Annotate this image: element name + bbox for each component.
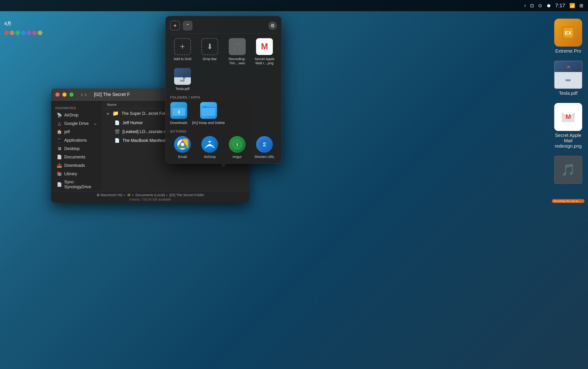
- airdrop-sidebar-icon: 📡: [57, 113, 62, 118]
- gear-icon: ⚙: [270, 23, 275, 28]
- shorten-url-action-label: Shorten URL: [254, 155, 275, 159]
- airdrop-action-icon: [201, 136, 218, 153]
- sidebar-documents-label: Documents: [64, 155, 85, 160]
- sidebar-desktop-label: Desktop: [64, 146, 80, 151]
- download-arrow-icon: ⬇: [207, 42, 213, 51]
- sidebar-item-jeff[interactable]: 🏠 jeff: [53, 128, 101, 136]
- applications-icon: 📱: [57, 138, 62, 143]
- tesla-pdf-icon: 🚗 PDF: [554, 61, 582, 89]
- sidebar-item-downloads[interactable]: 📥 Downloads: [53, 161, 101, 170]
- sidebar-item-applications[interactable]: 📱 Applications: [53, 136, 101, 144]
- menu-time: 7:17: [555, 2, 565, 9]
- sidebar-item-library[interactable]: 📚 Library: [53, 170, 101, 178]
- file-name-secret-folder: The Super D...ecret Folder: [121, 111, 171, 116]
- cal-day: [10, 31, 14, 35]
- desktop-icon-extreme-pro[interactable]: EX Extreme Pro: [554, 19, 582, 54]
- svg-point-9: [181, 143, 184, 146]
- finder-forward-button[interactable]: ›: [85, 91, 87, 98]
- cal-day: [38, 31, 42, 35]
- close-button[interactable]: [55, 92, 60, 97]
- desktop-icon-tesla-pdf[interactable]: 🚗 PDF Tesla.pdf: [554, 61, 582, 96]
- sidebar-downloads-label: Downloads: [64, 163, 85, 168]
- action-shorten-url[interactable]: Shorten URL: [252, 136, 277, 159]
- minimize-button[interactable]: [62, 92, 67, 97]
- file-name-leaked: [Leaked] LO...ccurate.mkv: [122, 129, 171, 134]
- secret-mail-icon: M: [554, 103, 582, 131]
- imgur-svg: i: [231, 139, 243, 150]
- actions-header: ACTIONS: [170, 130, 277, 133]
- add-to-grid-button[interactable]: +: [170, 21, 180, 31]
- chevron-up-icon: ⌃: [186, 23, 190, 28]
- popclip-add-to-grid-item[interactable]: + Add to Grid: [170, 38, 195, 65]
- add-to-grid-label: Add to Grid: [174, 57, 191, 61]
- airdrop-svg: [204, 139, 216, 150]
- svg-text:i: i: [237, 142, 238, 147]
- nav-back-icon[interactable]: ‹: [524, 2, 526, 9]
- expand-arrow-icon: ▶: [107, 112, 110, 115]
- menu-bar: ‹ ⊡ ⊙ ⏺ 7:17 📶 ⊞: [0, 0, 588, 11]
- extreme-pro-svg: EX: [560, 24, 576, 41]
- jeff-home-icon: 🏠: [57, 129, 62, 134]
- popclip-mail-png-item[interactable]: M Secret Apple Mail r....png: [252, 38, 277, 65]
- gmail-svg: M: [559, 108, 578, 126]
- cal-day: [27, 31, 31, 35]
- cloud-upload-icon: ☁: [94, 122, 97, 125]
- sidebar-item-airdrop[interactable]: 📡 AirDrop: [53, 111, 101, 119]
- action-email[interactable]: Email: [170, 136, 195, 159]
- recording-notification-badge: Recording-Tim ook an...ff Su.wav: [552, 199, 585, 203]
- sidebar-library-label: Library: [64, 172, 77, 176]
- file-icon-jeff: 📄: [115, 120, 120, 125]
- chrome-svg: [177, 139, 188, 150]
- recording-wav-label: Recording-Tim....wav: [225, 57, 249, 65]
- svg-text:⬇: ⬇: [177, 110, 181, 114]
- file-icon-leaked: 🎬: [115, 129, 120, 134]
- desktop-icon-recording[interactable]: 🎵 Recording-Tim ook an...ff Su.wav Recor…: [553, 156, 583, 202]
- downloads-sidebar-icon: 📥: [57, 163, 62, 168]
- name-column-header: Name: [107, 102, 117, 106]
- email-action-icon: [174, 136, 191, 153]
- sidebar-item-google-drive[interactable]: △ Google Drive ☁: [53, 119, 101, 128]
- sidebar-item-desktop[interactable]: 🖥 Desktop: [53, 144, 101, 153]
- cal-day: [21, 31, 26, 35]
- action-airdrop[interactable]: AirDrop: [198, 136, 222, 159]
- desktop-icon-secret-mail[interactable]: M Secret Apple Mail redesign.png: [553, 103, 583, 149]
- tesla-grid-icon: PDF: [174, 68, 191, 85]
- breadcrumb-sep3: ▸: [166, 193, 168, 197]
- collapse-button[interactable]: ⌃: [183, 21, 192, 31]
- sidebar-airdrop-label: AirDrop: [64, 113, 79, 118]
- sidebar-googledrive-label: Google Drive: [64, 121, 89, 126]
- maximize-button[interactable]: [69, 92, 74, 97]
- plus-icon: +: [173, 22, 177, 29]
- screen-record-icon: ⊡: [530, 3, 534, 8]
- popclip-drop-bar-item[interactable]: ⬇ Drop Bar: [198, 38, 222, 65]
- airdrop-action-label: AirDrop: [204, 155, 216, 159]
- left-panel-area: 4月: [2, 19, 44, 37]
- email-action-label: Email: [178, 155, 187, 159]
- finder-nav-buttons: ‹ ›: [81, 91, 87, 98]
- drop-bar-icon: ⬇: [201, 38, 218, 55]
- sidebar-item-documents[interactable]: 📄 Documents: [53, 153, 101, 161]
- popclip-title-area: + ⌃: [170, 21, 192, 31]
- recording-wav-icon: 🎵: [229, 38, 246, 55]
- imgur-action-label: Imgur: [233, 155, 242, 159]
- shorten-url-svg: [259, 139, 270, 150]
- keep-delete-folder-icon: [200, 102, 217, 119]
- keep-delete-label: [01] Keep and Delete: [192, 121, 225, 125]
- tesla-grid-label: Tesla.pdf: [176, 87, 189, 91]
- sidebar-item-sync-synology[interactable]: 📄 Sync-SynologyDrive: [53, 178, 101, 191]
- breadcrumb-docs: Documents (Local): [136, 193, 165, 197]
- popclip-keep-delete-folder[interactable]: [01] Keep and Delete: [192, 102, 225, 125]
- gear-button[interactable]: ⚙: [269, 21, 277, 30]
- breadcrumb-sep2: ▸: [132, 193, 134, 197]
- breadcrumb-sep1: ▸: [124, 193, 126, 197]
- gmail-m-icon: M: [261, 42, 268, 51]
- tesla-pdf-label: Tesla.pdf: [559, 91, 578, 96]
- finder-status-text: 4 items, 733.04 GB available: [130, 197, 171, 201]
- popclip-downloads-folder[interactable]: ⬇ Downloads: [170, 102, 187, 125]
- popclip-tesla-item[interactable]: PDF Tesla.pdf: [170, 68, 195, 91]
- screen-icon2: ⊙: [538, 3, 542, 8]
- finder-back-button[interactable]: ‹: [81, 91, 83, 98]
- downloads-folder-svg: ⬇: [172, 105, 186, 116]
- action-imgur[interactable]: i Imgur: [225, 136, 249, 159]
- popclip-recording-item[interactable]: 🎵 Recording-Tim....wav: [225, 38, 249, 65]
